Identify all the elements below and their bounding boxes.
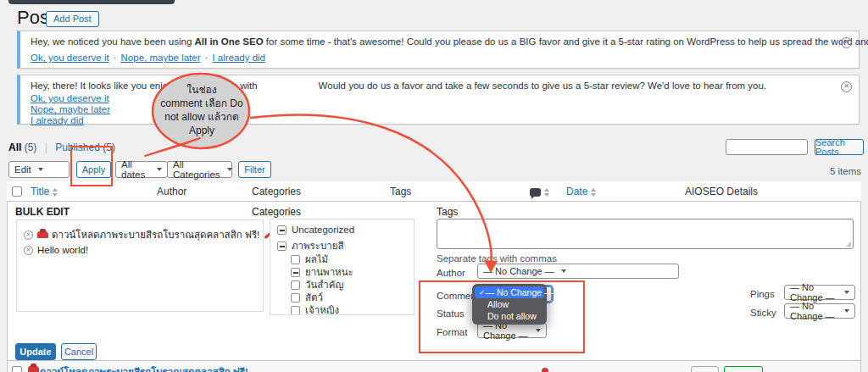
resize-handle[interactable] (846, 242, 851, 247)
chevron-down-icon (38, 168, 43, 171)
column-header-categories: Categories (252, 186, 301, 197)
column-header-tags: Tags (390, 186, 411, 197)
sticky-label: Sticky (750, 308, 776, 318)
notice-aioseo-links: Ok, you deserve it·Nope, maybe later·I a… (31, 53, 265, 63)
chevron-down-icon (157, 168, 162, 171)
category-checklist: Uncategorized ภาพระบายสี ผลไม้ ยานพาหนะ … (270, 219, 415, 315)
category-checkbox[interactable] (291, 306, 300, 315)
sort-icon (53, 188, 58, 197)
bulk-title-text: Hello world! (37, 245, 88, 255)
column-header-title[interactable]: Title (31, 186, 58, 197)
add-post-button[interactable]: Add Post (46, 11, 99, 27)
edit-details-button[interactable] (691, 366, 719, 372)
notice-forms-message: Hey, there! It looks like you enjoy crea… (31, 81, 766, 91)
format-select[interactable]: — No Change — (477, 323, 547, 338)
post-title-link[interactable]: ดาวน์โหลดภาพระบายสีรถโบราณสุดคลาสสิก ฟรี… (40, 364, 248, 372)
items-count: 5 items (776, 166, 861, 176)
link-separator: · (114, 53, 117, 63)
bulk-action-select[interactable]: Edit (8, 161, 70, 178)
chevron-down-icon (844, 309, 849, 313)
category-item[interactable]: Uncategorized (277, 225, 354, 235)
notice-forms-link-later[interactable]: Nope, maybe later (31, 104, 110, 115)
view-all-label[interactable]: All (8, 142, 21, 153)
notice-aioseo-link-already[interactable]: I already did (212, 53, 265, 63)
notice-aioseo-message: Hey, we noticed you have been using All … (31, 36, 868, 47)
status-label: Status (437, 308, 465, 319)
search-input[interactable] (726, 139, 808, 155)
bulk-edit-label: BULK EDIT (15, 206, 70, 218)
category-checkbox[interactable] (291, 268, 300, 277)
comments-icon (530, 188, 541, 197)
chevron-down-icon (536, 329, 541, 332)
menu-item-label: — No Change — (486, 287, 554, 297)
partial-post-row: ดาวน์โหลดภาพระบายสีรถโบราณสุดคลาสสิก ฟรี… (8, 360, 860, 372)
category-checkbox[interactable] (291, 280, 300, 290)
category-checkbox[interactable] (277, 242, 287, 251)
dates-filter-select[interactable]: All dates (115, 161, 168, 178)
car-icon (37, 231, 48, 238)
notice-forms-link-deserve[interactable]: Ok, you deserve it (31, 93, 110, 104)
sticky-select[interactable]: — No Change — (784, 303, 855, 319)
row-checkbox[interactable] (12, 366, 22, 372)
admin-bar-fragment (8, 0, 175, 4)
sort-icon (591, 188, 596, 197)
column-header-comments[interactable] (530, 186, 549, 197)
notice-forms-link-already[interactable]: I already did (31, 115, 110, 126)
dismiss-icon[interactable]: ✕ (841, 37, 852, 48)
categories-filter-select[interactable]: All Categories (167, 161, 232, 178)
view-switcher: All (5) | Published (5) (8, 142, 115, 153)
tags-textarea[interactable] (437, 219, 854, 249)
bulk-action-value: Edit (14, 164, 31, 175)
view-published-count: (5) (103, 142, 115, 153)
view-published-link[interactable]: Published (55, 142, 100, 153)
menu-item-no-change[interactable]: ✓— No Change — (475, 286, 544, 298)
category-checkbox[interactable] (277, 225, 287, 235)
menu-item-allow[interactable]: Allow (475, 298, 544, 310)
chevron-down-icon (844, 291, 849, 294)
column-header-date-link[interactable]: Date (566, 186, 587, 197)
seo-score-button[interactable] (724, 366, 763, 372)
format-label: Format (437, 327, 467, 337)
view-all-count: (5) (25, 142, 37, 153)
bulk-title-text: ดาวน์โหลดภาพระบายสีรถโบราณสุดคลาสสิก ฟรี… (52, 227, 259, 242)
notice-forms-links: Ok, you deserve it Nope, maybe later I a… (31, 93, 110, 126)
view-separator: | (45, 142, 47, 153)
dates-filter-value: All dates (121, 159, 150, 180)
select-all-checkbox[interactable] (12, 186, 22, 197)
category-label: Uncategorized (292, 225, 354, 235)
pings-value: — No Change — (790, 282, 837, 303)
category-checkbox[interactable] (291, 255, 300, 264)
column-header-date[interactable]: Date (566, 186, 596, 197)
cancel-button[interactable]: Cancel (61, 343, 97, 360)
notice-forms-text-after: Would you do us a favor and take a few s… (319, 81, 767, 91)
notice-aioseo-text-before: Hey, we noticed you have been using (31, 36, 195, 47)
remove-item-icon[interactable]: ✕ (24, 230, 33, 240)
chevron-down-icon (227, 168, 232, 171)
search-posts-button[interactable]: Search Posts (815, 139, 864, 155)
checkmark-icon: ✓ (479, 288, 486, 297)
bulk-categories-label: Categories (252, 206, 301, 218)
column-header-title-link[interactable]: Title (31, 186, 49, 197)
filter-button[interactable]: Filter (238, 161, 271, 178)
apply-button[interactable]: Apply (76, 161, 111, 178)
menu-item-label: Allow (487, 299, 509, 309)
dismiss-icon[interactable]: ✕ (841, 81, 852, 92)
pings-select[interactable]: — No Change — (784, 285, 855, 300)
sticky-value: — No Change — (790, 301, 837, 321)
author-select[interactable]: — No Change — (477, 264, 679, 279)
update-button[interactable]: Update (15, 343, 56, 360)
category-item[interactable]: เจ้าหญิง (291, 303, 339, 315)
seo-score-dot (542, 368, 548, 372)
category-checkbox[interactable] (291, 293, 300, 303)
remove-item-icon[interactable]: ✕ (24, 246, 33, 255)
menu-item-do-not-allow[interactable]: Do not allow (475, 310, 544, 322)
menu-item-label: Do not allow (487, 311, 537, 321)
author-value: — No Change — (483, 266, 554, 276)
notice-forms-text-before: Hey, there! It looks like you enjoy crea… (31, 81, 258, 91)
tags-hint: Separate tags with commas (437, 253, 557, 264)
notice-aioseo-link-deserve[interactable]: Ok, you deserve it (31, 53, 109, 63)
column-header-aioseo: AIOSEO Details (685, 186, 758, 197)
sort-icon (544, 188, 549, 197)
categories-filter-value: All Categories (173, 159, 220, 180)
notice-aioseo-link-later[interactable]: Nope, maybe later (121, 53, 201, 63)
